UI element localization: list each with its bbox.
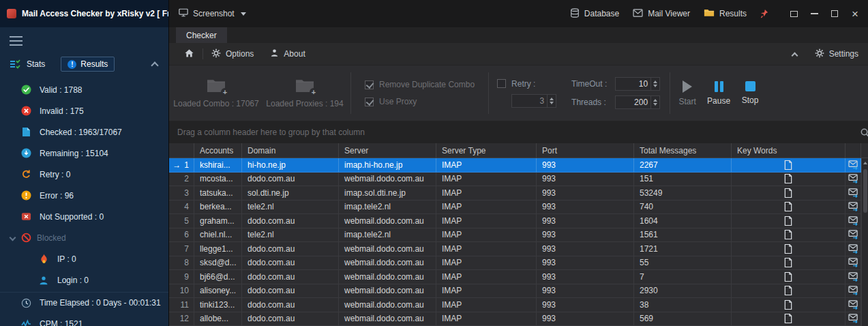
cell-total: 151 xyxy=(634,173,732,186)
cell-port: 993 xyxy=(537,201,634,214)
maximize-button[interactable] xyxy=(824,4,845,23)
ribbon-collapse-icon[interactable] xyxy=(791,52,798,59)
scroll-thumb[interactable] xyxy=(863,169,867,213)
document-icon[interactable] xyxy=(784,300,792,310)
about-button[interactable]: About xyxy=(262,43,313,65)
stop-button[interactable]: Stop xyxy=(734,65,766,121)
document-icon[interactable] xyxy=(784,188,792,198)
table-row[interactable]: 4berkea...tele2.nlimap.tele2.nlIMAP99374… xyxy=(169,201,868,215)
grid-header-mail xyxy=(845,143,861,158)
send-mail-icon[interactable] xyxy=(848,244,858,254)
cell-domain: dodo.com.au xyxy=(242,312,339,326)
send-mail-icon[interactable] xyxy=(848,258,858,267)
pin-icon[interactable] xyxy=(760,9,768,18)
home-button[interactable] xyxy=(176,43,203,65)
column-header-domain[interactable]: Domain xyxy=(242,143,339,158)
grid-body: →1kshirai...hi-ho.ne.jpimap.hi-ho.ne.jpI… xyxy=(169,158,868,326)
table-row[interactable]: 7llegge1...dodo.com.auwebmail.dodo.com.a… xyxy=(169,242,868,256)
results-folder-button[interactable]: Results xyxy=(704,8,747,19)
table-row[interactable]: 9bj66@d...dodo.com.auwebmail.dodo.com.au… xyxy=(169,270,868,284)
send-mail-icon[interactable] xyxy=(848,216,858,226)
scroll-up-icon[interactable] xyxy=(862,158,868,168)
stat-retry: Retry : 0 xyxy=(0,164,168,185)
table-row[interactable]: 3tatsuka...sol.dti.ne.jpimap.sol.dti.ne.… xyxy=(169,186,868,201)
spinner-arrows-icon[interactable] xyxy=(650,78,659,90)
options-button[interactable]: Options xyxy=(203,43,262,65)
spinner-arrows-icon[interactable] xyxy=(547,95,556,107)
cell-type: IMAP xyxy=(436,214,537,228)
send-mail-icon[interactable] xyxy=(848,174,858,183)
start-button[interactable]: Start xyxy=(672,65,703,121)
screenshot-dropdown[interactable]: Screenshot xyxy=(179,8,246,19)
document-icon[interactable] xyxy=(784,174,792,183)
column-header-total[interactable]: Total Messages xyxy=(634,143,732,158)
minimize-button[interactable] xyxy=(804,4,824,23)
collapse-chevron-icon[interactable] xyxy=(151,61,158,69)
window-controls xyxy=(783,4,865,23)
send-mail-icon[interactable] xyxy=(848,160,858,170)
send-mail-icon[interactable] xyxy=(848,272,858,282)
window-icon[interactable] xyxy=(783,4,804,23)
document-icon[interactable] xyxy=(784,314,792,323)
send-mail-icon[interactable] xyxy=(848,202,858,211)
menu-icon[interactable] xyxy=(0,27,30,50)
spinner-arrows-icon[interactable] xyxy=(650,96,659,108)
database-button[interactable]: Database xyxy=(570,8,619,20)
threads-spinner[interactable]: 200 xyxy=(615,95,660,109)
cell-mail xyxy=(845,242,861,256)
mail-viewer-button[interactable]: Mail Viewer xyxy=(633,9,690,19)
row-number: 3 xyxy=(184,188,189,198)
table-row[interactable]: 10alisoney...dodo.com.auwebmail.dodo.com… xyxy=(169,284,868,299)
cell-domain: dodo.com.au xyxy=(242,214,339,228)
row-number: 5 xyxy=(184,216,189,226)
send-mail-icon[interactable] xyxy=(848,188,858,198)
cell-total: 2267 xyxy=(634,158,732,172)
timeout-spinner[interactable]: 10 xyxy=(615,77,660,91)
vertical-scrollbar[interactable] xyxy=(861,158,868,326)
results-button[interactable]: Results xyxy=(61,57,115,72)
table-row[interactable]: 5graham...dodo.com.auwebmail.dodo.com.au… xyxy=(169,214,868,228)
document-icon[interactable] xyxy=(784,202,792,211)
column-header-type[interactable]: Server Type xyxy=(436,143,537,158)
column-header-server[interactable]: Server xyxy=(339,143,436,158)
use-proxy-checkbox[interactable]: Use Proxy xyxy=(365,97,475,106)
send-mail-icon[interactable] xyxy=(848,230,858,239)
document-icon[interactable] xyxy=(784,230,792,239)
table-row[interactable]: 8sksd@d...dodo.com.auwebmail.dodo.com.au… xyxy=(169,256,868,271)
retry-checkbox[interactable]: Retry : xyxy=(497,79,535,89)
search-icon[interactable] xyxy=(860,128,868,138)
column-header-port[interactable]: Port xyxy=(537,143,634,158)
retry-spinner[interactable]: 3 xyxy=(511,94,556,108)
info-icon xyxy=(68,60,76,69)
group-by-panel: Drag a column header here to group by th… xyxy=(169,121,868,143)
document-icon[interactable] xyxy=(784,258,792,267)
chevron-down-icon xyxy=(241,12,246,16)
load-combo-button[interactable]: Loaded Combo : 17067 xyxy=(172,65,260,121)
table-row[interactable]: 2mcosta...dodo.com.auwebmail.dodo.com.au… xyxy=(169,173,868,187)
cell-domain: dodo.com.au xyxy=(242,173,339,186)
document-icon[interactable] xyxy=(784,286,792,295)
send-mail-icon[interactable] xyxy=(848,286,858,295)
table-row[interactable]: 11tinki123...dodo.com.auwebmail.dodo.com… xyxy=(169,298,868,312)
send-mail-icon[interactable] xyxy=(848,300,858,310)
document-icon[interactable] xyxy=(784,272,792,282)
document-icon[interactable] xyxy=(784,216,792,226)
folder-icon xyxy=(704,8,715,19)
document-icon[interactable] xyxy=(784,160,792,170)
column-header-accounts[interactable]: Accounts xyxy=(194,143,242,158)
pause-button[interactable]: Pause xyxy=(703,65,734,121)
document-icon[interactable] xyxy=(784,244,792,254)
table-row[interactable]: →1kshirai...hi-ho.ne.jpimap.hi-ho.ne.jpI… xyxy=(169,158,868,173)
table-row[interactable]: 12allobe...dodo.com.auwebmail.dodo.com.a… xyxy=(169,312,868,326)
row-indicator: →1 xyxy=(169,158,194,172)
cell-server: webmail.dodo.com.au xyxy=(339,173,436,186)
close-button[interactable] xyxy=(845,4,865,23)
settings-button[interactable]: Settings xyxy=(807,48,867,60)
tab-checker[interactable]: Checker xyxy=(176,27,227,43)
chevron-down-icon[interactable] xyxy=(10,235,16,241)
load-proxies-button[interactable]: Loaded Proxies : 194 xyxy=(260,65,349,121)
column-header-keywords[interactable]: Key Words xyxy=(732,143,845,158)
table-row[interactable]: 6chiel.nl...tele2.nlimap.tele2.nlIMAP993… xyxy=(169,228,868,243)
send-mail-icon[interactable] xyxy=(848,314,858,323)
remove-duplicate-checkbox[interactable]: Remove Duplicate Combo xyxy=(365,80,475,89)
